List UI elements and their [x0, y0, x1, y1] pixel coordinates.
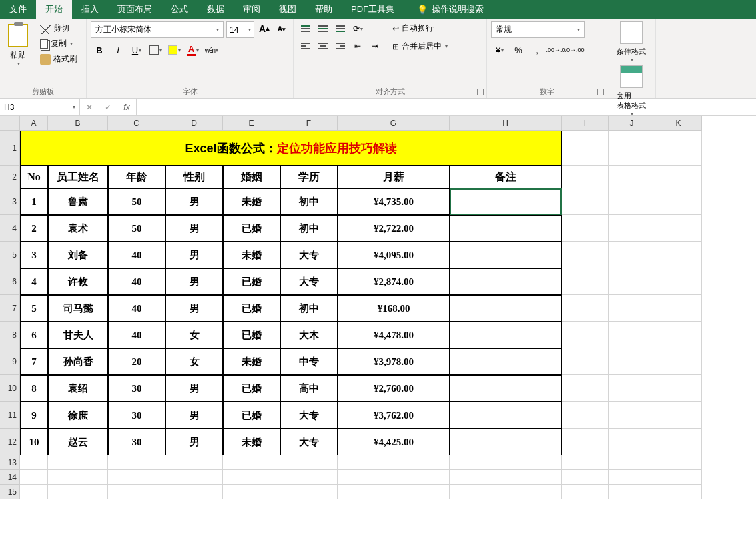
cell[interactable] [609, 455, 655, 470]
cell[interactable] [609, 268, 655, 295]
row-header[interactable]: 12 [0, 429, 20, 455]
cell[interactable]: 大木 [280, 322, 338, 348]
cell[interactable] [338, 455, 450, 470]
cell[interactable] [450, 348, 562, 375]
cell[interactable] [609, 166, 655, 188]
cell[interactable] [48, 455, 108, 470]
cell[interactable]: 初中 [280, 188, 338, 215]
decrease-indent-button[interactable]: ⇤ [350, 39, 366, 53]
cell[interactable]: 3 [20, 242, 48, 268]
alignment-launcher[interactable] [477, 89, 484, 95]
row-header[interactable]: 9 [0, 348, 20, 375]
cell[interactable] [609, 242, 655, 268]
cell[interactable]: 女 [165, 348, 223, 375]
cell[interactable]: 性别 [165, 166, 223, 188]
cell[interactable]: 鲁肃 [48, 188, 108, 215]
cell[interactable]: 已婚 [223, 268, 280, 295]
cell[interactable]: 20 [108, 348, 165, 375]
cell[interactable]: 10 [20, 429, 48, 455]
cell[interactable] [655, 429, 702, 455]
decrease-decimal-button[interactable]: .0→.00 [566, 42, 583, 58]
phonetic-button[interactable]: wén▾ [203, 42, 220, 58]
cell[interactable]: ¥2,722.00 [338, 215, 450, 242]
font-color-button[interactable]: A▾ [184, 42, 202, 58]
align-middle-button[interactable] [315, 21, 331, 36]
row-header[interactable]: 4 [0, 215, 20, 242]
cell[interactable]: 未婚 [223, 188, 280, 215]
align-right-button[interactable] [332, 39, 348, 53]
conditional-format-button[interactable]: 条件格式▾ [613, 21, 650, 63]
cell[interactable] [338, 485, 450, 499]
cell[interactable]: 男 [165, 268, 223, 295]
cell[interactable] [20, 455, 48, 470]
cell[interactable]: ¥3,978.00 [338, 348, 450, 375]
col-header[interactable]: D [165, 116, 223, 131]
cell[interactable]: 8 [20, 375, 48, 402]
cell[interactable]: 已婚 [223, 295, 280, 322]
cell[interactable] [280, 485, 338, 499]
cell[interactable]: ¥4,095.00 [338, 242, 450, 268]
cell[interactable] [223, 455, 280, 470]
cell[interactable]: 40 [108, 295, 165, 322]
cell[interactable]: 50 [108, 215, 165, 242]
align-bottom-button[interactable] [332, 21, 348, 36]
select-all-corner[interactable] [0, 116, 20, 131]
cell[interactable] [450, 375, 562, 402]
menu-data[interactable]: 数据 [198, 0, 234, 19]
wrap-text-button[interactable]: ↩自动换行 [390, 21, 450, 35]
row-header[interactable]: 2 [0, 166, 20, 188]
cell[interactable] [48, 485, 108, 499]
col-header[interactable]: C [108, 116, 165, 131]
cell[interactable]: 已婚 [223, 322, 280, 348]
cell[interactable] [655, 485, 702, 499]
row-header[interactable]: 10 [0, 375, 20, 402]
col-header[interactable]: A [20, 116, 48, 131]
cell[interactable]: 30 [108, 429, 165, 455]
align-left-button[interactable] [298, 39, 314, 53]
cell[interactable]: 6 [20, 322, 48, 348]
cell[interactable] [108, 485, 165, 499]
menu-view[interactable]: 视图 [270, 0, 306, 19]
cell[interactable]: 大专 [280, 402, 338, 429]
cell[interactable]: 40 [108, 322, 165, 348]
cell[interactable]: ¥3,762.00 [338, 402, 450, 429]
menu-review[interactable]: 审阅 [234, 0, 270, 19]
cell[interactable]: 甘夫人 [48, 322, 108, 348]
cell[interactable] [609, 348, 655, 375]
cell[interactable] [165, 455, 223, 470]
cell[interactable]: 2 [20, 215, 48, 242]
cell[interactable]: 未婚 [223, 242, 280, 268]
cell[interactable]: 司马懿 [48, 295, 108, 322]
table-format-button[interactable]: 套用 表格格式▾ [613, 65, 650, 117]
fx-button[interactable]: fx [117, 99, 136, 115]
cell[interactable]: ¥4,425.00 [338, 429, 450, 455]
cell[interactable] [609, 215, 655, 242]
row-header[interactable]: 3 [0, 188, 20, 215]
merge-center-button[interactable]: ⊞合并后居中▾ [390, 39, 450, 53]
cell[interactable]: 大专 [280, 429, 338, 455]
cell[interactable] [609, 402, 655, 429]
cell[interactable]: 初中 [280, 295, 338, 322]
cell[interactable]: 婚姻 [223, 166, 280, 188]
cell[interactable] [655, 215, 702, 242]
cell[interactable] [562, 470, 609, 485]
paste-button[interactable]: 粘贴 ▾ [4, 21, 32, 67]
cell[interactable]: 4 [20, 268, 48, 295]
cell[interactable] [108, 455, 165, 470]
cell[interactable] [655, 242, 702, 268]
cell[interactable] [450, 429, 562, 455]
fill-color-button[interactable]: ▾ [165, 42, 183, 58]
font-size-select[interactable]: 14▾ [226, 21, 254, 38]
col-header[interactable]: F [280, 116, 338, 131]
cell[interactable] [609, 131, 655, 166]
cell[interactable] [223, 485, 280, 499]
menu-home[interactable]: 开始 [36, 0, 72, 19]
cut-button[interactable]: 剪切 [37, 21, 80, 35]
cell[interactable] [655, 295, 702, 322]
bold-button[interactable]: B [91, 42, 108, 58]
underline-button[interactable]: U▾ [128, 42, 145, 58]
row-header[interactable]: 14 [0, 470, 20, 485]
menu-file[interactable]: 文件 [0, 0, 36, 19]
cell[interactable]: 7 [20, 348, 48, 375]
cell[interactable] [562, 429, 609, 455]
